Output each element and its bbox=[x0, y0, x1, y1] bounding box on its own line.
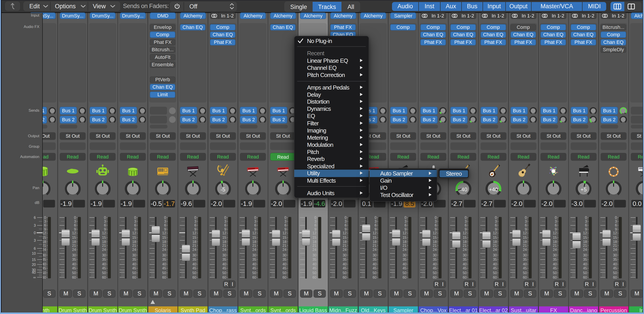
svg-text:9: 9 bbox=[374, 227, 376, 231]
svg-text:45: 45 bbox=[372, 266, 376, 270]
svg-text:60: 60 bbox=[222, 275, 226, 279]
svg-text:24: 24 bbox=[192, 248, 196, 251]
svg-text:40: 40 bbox=[523, 262, 527, 266]
svg-text:15: 15 bbox=[192, 236, 196, 239]
svg-text:24: 24 bbox=[252, 248, 256, 251]
svg-text:0: 0 bbox=[74, 216, 76, 220]
svg-text:60: 60 bbox=[342, 275, 346, 279]
svg-text:0: 0 bbox=[435, 216, 437, 220]
svg-text:40: 40 bbox=[372, 262, 376, 266]
svg-text:12: 12 bbox=[583, 231, 587, 235]
svg-text:15: 15 bbox=[372, 236, 376, 239]
svg-text:40: 40 bbox=[132, 262, 136, 266]
svg-text:60: 60 bbox=[72, 275, 76, 279]
svg-text:30: 30 bbox=[583, 253, 587, 257]
svg-text:35: 35 bbox=[222, 258, 226, 261]
svg-text:21: 21 bbox=[102, 244, 106, 247]
svg-text:12: 12 bbox=[613, 231, 617, 235]
svg-text:3: 3 bbox=[74, 220, 76, 223]
svg-text:12: 12 bbox=[72, 231, 76, 235]
svg-text:6: 6 bbox=[585, 223, 587, 227]
svg-text:0: 0 bbox=[465, 216, 467, 220]
svg-text:3: 3 bbox=[134, 220, 136, 223]
svg-text:40: 40 bbox=[192, 262, 196, 266]
svg-text:24: 24 bbox=[312, 248, 316, 251]
svg-text:12: 12 bbox=[342, 231, 346, 235]
svg-text:60: 60 bbox=[162, 275, 166, 279]
svg-text:45: 45 bbox=[102, 266, 106, 270]
svg-text:6: 6 bbox=[374, 223, 376, 227]
svg-text:15: 15 bbox=[493, 236, 497, 239]
svg-text:3: 3 bbox=[585, 220, 587, 223]
svg-text:24: 24 bbox=[162, 248, 166, 251]
svg-text:24: 24 bbox=[222, 248, 226, 251]
svg-text:6: 6 bbox=[525, 223, 527, 227]
svg-text:24: 24 bbox=[403, 248, 407, 251]
svg-text:50: 50 bbox=[583, 271, 587, 275]
svg-text:12: 12 bbox=[132, 231, 136, 235]
svg-text:9: 9 bbox=[314, 227, 316, 231]
svg-text:40: 40 bbox=[403, 262, 407, 266]
svg-text:30: 30 bbox=[403, 253, 407, 257]
svg-text:18: 18 bbox=[403, 240, 407, 244]
svg-text:24: 24 bbox=[523, 248, 527, 251]
svg-text:60: 60 bbox=[493, 275, 497, 279]
svg-text:35: 35 bbox=[162, 258, 166, 261]
svg-text:60: 60 bbox=[403, 275, 407, 279]
svg-text:50: 50 bbox=[463, 271, 467, 275]
svg-text:50: 50 bbox=[72, 271, 76, 275]
svg-text:24: 24 bbox=[433, 248, 437, 251]
svg-text:18: 18 bbox=[282, 240, 286, 244]
svg-text:12: 12 bbox=[312, 231, 316, 235]
svg-text:45: 45 bbox=[493, 266, 497, 270]
svg-text:3: 3 bbox=[344, 220, 346, 223]
svg-text:21: 21 bbox=[342, 244, 346, 247]
svg-text:3: 3 bbox=[254, 220, 256, 223]
svg-text:50: 50 bbox=[312, 271, 316, 275]
svg-text:45: 45 bbox=[403, 266, 407, 270]
svg-text:40: 40 bbox=[162, 262, 166, 266]
svg-text:45: 45 bbox=[463, 266, 467, 270]
svg-text:45: 45 bbox=[523, 266, 527, 270]
svg-text:3: 3 bbox=[525, 220, 527, 223]
svg-text:0: 0 bbox=[44, 216, 46, 220]
svg-text:24: 24 bbox=[372, 248, 376, 251]
svg-text:0: 0 bbox=[314, 216, 316, 220]
svg-text:60: 60 bbox=[282, 275, 286, 279]
svg-text:50: 50 bbox=[493, 271, 497, 275]
svg-text:30: 30 bbox=[463, 253, 467, 257]
svg-text:45: 45 bbox=[433, 266, 437, 270]
svg-text:15: 15 bbox=[222, 236, 226, 239]
svg-text:9: 9 bbox=[134, 227, 136, 231]
svg-text:0: 0 bbox=[585, 216, 587, 220]
svg-text:6: 6 bbox=[34, 216, 36, 220]
svg-text:45: 45 bbox=[583, 266, 587, 270]
svg-text:21: 21 bbox=[463, 244, 467, 247]
svg-text:6: 6 bbox=[134, 223, 136, 227]
svg-text:18: 18 bbox=[72, 240, 76, 244]
svg-text:12: 12 bbox=[433, 231, 437, 235]
svg-text:9: 9 bbox=[555, 227, 557, 231]
svg-text:12: 12 bbox=[403, 231, 407, 235]
svg-text:6: 6 bbox=[34, 247, 36, 250]
svg-text:24: 24 bbox=[613, 248, 617, 251]
svg-text:6: 6 bbox=[254, 223, 256, 227]
svg-text:21: 21 bbox=[162, 244, 166, 247]
svg-text:15: 15 bbox=[32, 258, 36, 262]
svg-text:12: 12 bbox=[523, 231, 527, 235]
svg-text:60: 60 bbox=[192, 275, 196, 279]
svg-text:15: 15 bbox=[102, 236, 106, 239]
svg-text:3: 3 bbox=[495, 220, 497, 223]
svg-text:40: 40 bbox=[433, 262, 437, 266]
svg-text:35: 35 bbox=[433, 258, 437, 261]
svg-text:30: 30 bbox=[433, 253, 437, 257]
svg-text:50: 50 bbox=[102, 271, 106, 275]
svg-text:60: 60 bbox=[463, 275, 467, 279]
svg-text:6: 6 bbox=[194, 223, 196, 227]
svg-text:3: 3 bbox=[615, 220, 617, 223]
svg-text:9: 9 bbox=[525, 227, 527, 231]
svg-text:60: 60 bbox=[312, 275, 316, 279]
svg-text:3: 3 bbox=[465, 220, 467, 223]
svg-text:24: 24 bbox=[282, 248, 286, 251]
svg-text:21: 21 bbox=[403, 244, 407, 247]
